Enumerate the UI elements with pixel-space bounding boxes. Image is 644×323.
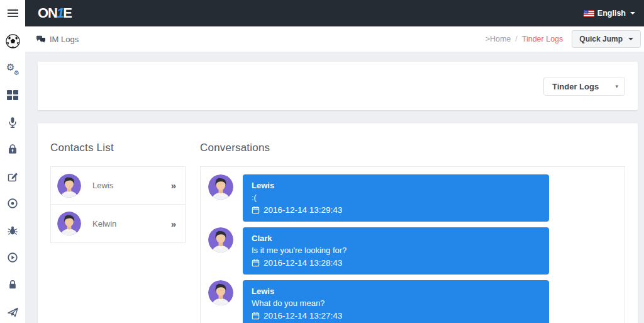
chat-bubbles-icon <box>36 35 46 43</box>
grid-icon <box>7 90 18 100</box>
sidebar-nav: ⚙ ⚙ <box>0 34 25 319</box>
breadcrumb: >Home / Tinder Logs <box>486 35 564 43</box>
sidebar-item-media[interactable] <box>0 251 25 264</box>
contact-row-kelwin[interactable]: Kelwin » <box>51 205 185 242</box>
us-flag-icon <box>584 10 594 17</box>
message-timestamp: 2016-12-14 13:28:43 <box>264 258 342 268</box>
sidebar-item-security[interactable] <box>0 278 25 292</box>
log-type-select[interactable]: Tinder Logs ▾ <box>543 77 625 96</box>
gears-icon: ⚙ ⚙ <box>6 62 19 74</box>
calendar-icon <box>252 259 260 267</box>
menu-toggle-button[interactable] <box>0 0 25 26</box>
message-time: 2016-12-14 13:29:43 <box>252 205 540 215</box>
contact-name: Lewis <box>92 181 113 190</box>
play-circle-icon <box>7 252 18 263</box>
microphone-icon <box>7 116 18 128</box>
sidebar-item-bugs[interactable] <box>0 224 25 237</box>
hamburger-icon <box>8 9 18 11</box>
message-card: Lewis :( 2016-12-14 13:29:43 <box>243 174 549 222</box>
titlebar-right: >Home / Tinder Logs Quick Jump <box>486 30 641 48</box>
log-type-selected-value: Tinder Logs <box>552 82 599 91</box>
page-title: IM Logs <box>36 35 79 44</box>
quick-jump-label: Quick Jump <box>579 35 623 43</box>
message-avatar <box>208 174 233 200</box>
calendar-icon <box>252 206 260 214</box>
sidebar-item-modules[interactable] <box>0 88 25 102</box>
contact-avatar <box>57 212 81 235</box>
message-timestamp: 2016-12-14 13:27:43 <box>264 311 342 320</box>
sidebar-item-settings[interactable]: ⚙ ⚙ <box>0 61 25 75</box>
double-chevron-icon: » <box>171 180 176 191</box>
sidebar-item-edit[interactable] <box>0 169 25 183</box>
message-time: 2016-12-14 13:27:43 <box>252 311 540 320</box>
breadcrumb-home[interactable]: >Home <box>486 35 511 43</box>
sidebar-item-send[interactable] <box>0 305 25 319</box>
message-timestamp: 2016-12-14 13:29:43 <box>264 205 342 215</box>
message-sender: Clark <box>252 234 540 243</box>
contact-avatar <box>57 174 81 198</box>
secure-bag-icon <box>7 144 18 155</box>
logo-text: ON <box>38 5 57 21</box>
double-chevron-icon: » <box>171 218 176 229</box>
icon-sidebar: ⚙ ⚙ <box>0 0 25 323</box>
sidebar-item-secure-store[interactable] <box>0 142 25 156</box>
contacts-heading: Contacts List <box>50 142 186 154</box>
contacts-section: Contacts List <box>50 123 186 323</box>
message-time: 2016-12-14 13:28:43 <box>252 258 540 268</box>
message-card: Lewis What do you mean? 2016-12-14 13:27… <box>243 280 549 323</box>
record-circle-icon <box>7 198 18 209</box>
message-row: Clark Is it me you're looking for? 2016-… <box>208 227 617 275</box>
sidebar-item-soccer[interactable] <box>0 34 25 48</box>
message-avatar <box>208 280 233 305</box>
conversations-section: Conversations <box>200 123 625 323</box>
breadcrumb-separator: / <box>515 35 517 43</box>
message-text: What do you mean? <box>252 298 540 308</box>
language-label: English <box>597 9 626 18</box>
page-title-label: IM Logs <box>50 35 79 44</box>
chevron-down-icon <box>628 38 633 40</box>
chevron-down-icon <box>630 12 635 14</box>
message-row: Lewis What do you mean? 2016-12-14 13:27… <box>208 280 617 323</box>
sidebar-item-voice[interactable] <box>0 115 25 129</box>
lock-icon <box>7 279 18 290</box>
bug-icon <box>7 225 18 236</box>
quick-jump-button[interactable]: Quick Jump <box>572 30 641 48</box>
main-content: Tinder Logs ▾ Contacts List <box>25 52 644 323</box>
app-logo[interactable]: ON1E <box>38 5 72 21</box>
message-text: Is it me you're looking for? <box>252 246 540 255</box>
contact-row-lewis[interactable]: Lewis » <box>51 167 185 205</box>
message-card: Clark Is it me you're looking for? 2016-… <box>243 227 549 275</box>
filter-panel: Tinder Logs ▾ <box>38 62 638 110</box>
contact-name: Kelwin <box>92 219 116 229</box>
calendar-icon <box>252 312 260 320</box>
edit-icon <box>7 171 19 183</box>
send-icon <box>7 306 19 318</box>
select-caret-icon: ▾ <box>615 83 618 89</box>
breadcrumb-current: Tinder Logs <box>522 35 564 43</box>
language-dropdown[interactable]: English <box>584 9 635 18</box>
conversations-heading: Conversations <box>200 142 625 154</box>
title-bar: IM Logs >Home / Tinder Logs Quick Jump <box>25 26 644 52</box>
message-text: :( <box>252 193 540 202</box>
message-sender: Lewis <box>252 286 540 296</box>
top-bar: ON1E English <box>25 0 644 26</box>
soccer-ball-icon <box>6 34 20 48</box>
conversation-list: Lewis :( 2016-12-14 13:29:43 <box>200 166 625 323</box>
message-avatar <box>208 227 233 252</box>
message-sender: Lewis <box>252 181 540 190</box>
message-row: Lewis :( 2016-12-14 13:29:43 <box>208 174 617 222</box>
contact-list: Lewis » <box>50 166 186 243</box>
sidebar-item-targets[interactable] <box>0 196 25 210</box>
logs-panel: Contacts List <box>38 123 638 323</box>
